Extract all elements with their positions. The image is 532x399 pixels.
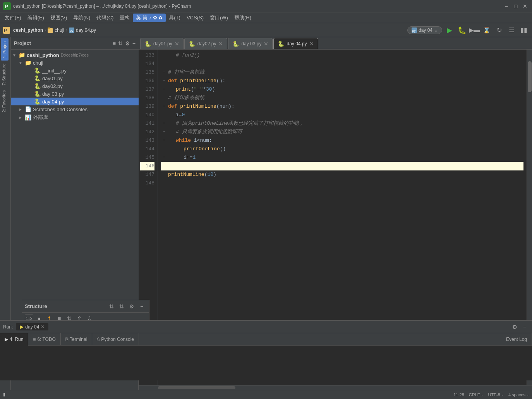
menu-vcs[interactable]: VCS(S): [184, 14, 207, 21]
statusbar-time[interactable]: 11:28: [453, 392, 464, 397]
close-button[interactable]: ✕: [521, 2, 529, 10]
code-line-147: printNumLine(10): [161, 170, 523, 179]
code-hscroll: [139, 385, 532, 390]
fold-133[interactable]: [161, 51, 167, 60]
tree-scratches[interactable]: ► 📄 Scratches and Consoles: [11, 105, 139, 113]
menu-help[interactable]: 帮助(H): [231, 14, 254, 22]
struct-close-btn[interactable]: −: [137, 302, 146, 311]
fold-137[interactable]: −: [161, 85, 167, 94]
bottom-minimize-btn[interactable]: −: [520, 323, 529, 331]
run-config-tab[interactable]: ▶ day 04 ✕: [16, 323, 48, 330]
project-panel-settings[interactable]: ⚙: [125, 40, 130, 46]
fold-135[interactable]: −: [161, 68, 167, 77]
tab-close-day04[interactable]: ✕: [309, 41, 314, 47]
menu-tools[interactable]: 具(T): [166, 14, 184, 22]
fold-139[interactable]: −: [161, 102, 167, 111]
menu-refactor[interactable]: 重构: [117, 14, 133, 22]
tree-file-day03[interactable]: 🐍 day 03.py: [11, 90, 139, 98]
menu-code[interactable]: 代码(C): [93, 14, 117, 22]
menu-window[interactable]: 窗口(W): [207, 14, 231, 22]
tree-folder-icon-root: 📁: [19, 52, 25, 58]
tree-file-day02[interactable]: 🐍 day02.py: [11, 82, 139, 90]
minimize-button[interactable]: −: [503, 2, 510, 10]
status-tab-event-log[interactable]: Event Log: [501, 333, 532, 346]
fold-144[interactable]: [161, 145, 167, 153]
structure-panel-title: Structure: [25, 303, 105, 309]
terminal-tab-icon: ⎘: [65, 337, 68, 342]
sidebar-tab-structure[interactable]: 7: Structure: [0, 61, 8, 88]
tree-file-icon-day04: 🐍: [34, 98, 41, 105]
more-button[interactable]: ▮▮: [519, 25, 529, 35]
status-tab-terminal[interactable]: ⎘ Terminal: [61, 333, 92, 346]
fold-140[interactable]: [161, 111, 167, 119]
svg-text:P: P: [4, 28, 7, 33]
struct-settings-btn[interactable]: ⚙: [127, 302, 136, 311]
fold-142[interactable]: −: [161, 128, 167, 136]
line-num-139: 139: [140, 102, 154, 111]
fold-146[interactable]: [161, 162, 167, 170]
tree-external[interactable]: ► 📊 外部库: [11, 113, 139, 122]
content-area: 1: Project 7: Structure 2: Favorites Pro…: [0, 37, 532, 390]
tab-day03[interactable]: 🐍 day 03.py ✕: [228, 38, 273, 49]
run-config-tab-close[interactable]: ✕: [41, 324, 45, 330]
tab-day02[interactable]: 🐍 day02.py ✕: [184, 38, 228, 49]
reload-button[interactable]: ↻: [494, 25, 504, 35]
code-text-148: [168, 179, 171, 187]
build-button[interactable]: ☰: [506, 25, 517, 35]
fold-143[interactable]: −: [161, 136, 167, 145]
code-line-143: − while i<num:: [161, 136, 523, 145]
tree-file-day04[interactable]: 🐍 day 04.py: [11, 98, 139, 105]
project-panel-close[interactable]: −: [132, 40, 136, 46]
breadcrumb-file[interactable]: day 04.py: [76, 28, 96, 33]
breadcrumb-folder[interactable]: chuji: [55, 28, 64, 33]
tab-day01[interactable]: 🐍 day01.py ✕: [140, 38, 184, 49]
bottom-settings-btn[interactable]: ⚙: [510, 323, 519, 331]
fold-148[interactable]: [161, 179, 167, 187]
fold-147[interactable]: [161, 170, 167, 179]
sidebar-tab-favorites[interactable]: 2: Favorites: [0, 88, 8, 115]
project-panel-icon1[interactable]: ≡: [113, 40, 116, 46]
debug-button[interactable]: 🐛: [457, 25, 467, 35]
status-tab-run[interactable]: ▶ 4: Run: [0, 333, 28, 346]
tab-close-day02[interactable]: ✕: [218, 41, 223, 47]
breadcrumb-root[interactable]: ceshi_python: [13, 28, 43, 33]
menu-view[interactable]: 视图(V): [47, 14, 70, 22]
struct-filter-btn[interactable]: ⇅: [117, 302, 126, 311]
tab-close-day03[interactable]: ✕: [264, 41, 268, 47]
vscroll-thumb[interactable]: [528, 61, 532, 92]
menu-file[interactable]: 文件(F): [2, 14, 24, 22]
struct-sort-btn[interactable]: ⇅: [107, 302, 116, 311]
fold-141[interactable]: −: [161, 119, 167, 128]
tree-file-init[interactable]: 🐍 __init__.py: [11, 67, 139, 74]
statusbar-indent[interactable]: 4 spaces ÷: [508, 392, 529, 397]
fold-145[interactable]: −: [161, 153, 167, 162]
run-config-dropdown[interactable]: py day 04 ⌄: [407, 26, 442, 34]
menu-edit[interactable]: 编辑(E): [24, 14, 47, 22]
project-panel-icon2[interactable]: ⇅: [118, 40, 123, 46]
tab-close-day01[interactable]: ✕: [175, 41, 179, 47]
status-tab-python-console[interactable]: ⎙ Python Console: [92, 333, 139, 346]
tree-scratches-icon: 📄: [25, 106, 31, 112]
menu-language[interactable]: 英·简 ♪ ✿ ✿: [133, 14, 166, 22]
tab-day04[interactable]: 🐍 day 04.py ✕: [273, 38, 318, 49]
statusbar-line-ending[interactable]: CRLF ÷: [469, 392, 484, 397]
coverage-button[interactable]: ▶▬: [469, 25, 479, 35]
sidebar-tab-project[interactable]: 1: Project: [1, 38, 9, 60]
run-button[interactable]: ▶: [444, 25, 455, 35]
fold-138[interactable]: [161, 94, 167, 102]
fold-134[interactable]: [161, 60, 167, 68]
fold-136[interactable]: −: [161, 77, 167, 85]
profile-button[interactable]: ⌛: [482, 25, 492, 35]
toolbar: P ceshi_python › chuji › py day 04.py py: [0, 23, 532, 37]
statusbar-encoding[interactable]: UTF-8 ÷: [488, 392, 504, 397]
tree-folder-chuji[interactable]: ▼ 📁 chuji: [11, 59, 139, 67]
menu-navigate[interactable]: 导航(N): [70, 14, 93, 22]
maximize-button[interactable]: □: [512, 2, 520, 10]
hscroll-thumb[interactable]: [158, 386, 235, 389]
tree-file-day01[interactable]: 🐍 day01.py: [11, 74, 139, 82]
status-tab-todo[interactable]: ≡ 6: TODO: [28, 333, 61, 346]
code-line-148: [161, 179, 523, 187]
line-num-136: 136: [140, 77, 154, 85]
app-window: P ceshi_python [D:\ceship7\ceshi_python]…: [0, 0, 532, 399]
tree-root[interactable]: ▼ 📁 ceshi_python D:\ceship7\ces: [11, 51, 139, 59]
